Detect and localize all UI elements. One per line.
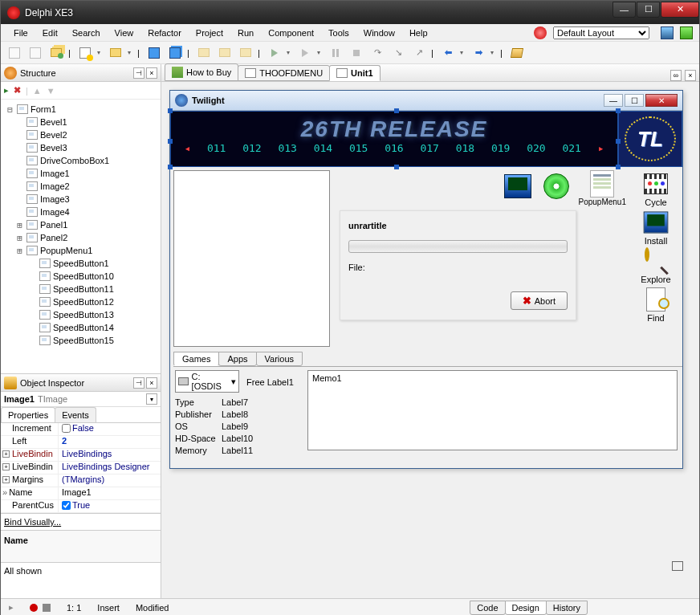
menu-edit[interactable]: Edit: [36, 26, 64, 40]
tb-open-drop[interactable]: ▾: [128, 44, 134, 62]
computer-button[interactable]: [502, 170, 534, 202]
record-icon[interactable]: [30, 604, 38, 612]
maximize-button[interactable]: ☐: [637, 2, 660, 18]
selection-handles[interactable]: [168, 108, 621, 169]
tb-run[interactable]: [266, 44, 283, 62]
cd-button[interactable]: [540, 170, 572, 202]
menu-refactor[interactable]: Refactor: [141, 26, 188, 40]
tree-item[interactable]: Image3: [40, 194, 70, 204]
menu-file[interactable]: File: [7, 26, 35, 40]
listbox[interactable]: [173, 170, 330, 347]
expand-icon[interactable]: +: [2, 463, 10, 470]
tab-events[interactable]: Events: [55, 407, 96, 422]
tab-various[interactable]: Various: [256, 352, 303, 366]
popupmenu-icon[interactable]: [590, 170, 614, 198]
structure-expand-icon[interactable]: ▸: [4, 85, 9, 96]
inspector-close-icon[interactable]: ×: [146, 377, 157, 389]
abort-button[interactable]: ✖Abort: [511, 291, 568, 310]
tb-new-item[interactable]: [76, 44, 94, 62]
tree-root[interactable]: Form1: [31, 104, 56, 114]
menu-search[interactable]: Search: [66, 26, 107, 40]
menu-project[interactable]: Project: [189, 26, 230, 40]
inspector-pin-icon[interactable]: ⊣: [133, 377, 144, 389]
tb-fwd-drop[interactable]: ▾: [490, 44, 497, 62]
tab-history[interactable]: History: [546, 601, 588, 615]
tb-pause[interactable]: [327, 44, 344, 62]
tb-fwd[interactable]: ➡: [470, 44, 487, 62]
structure-up-icon[interactable]: ▲: [33, 86, 42, 96]
inspector-object-combo[interactable]: Image1 TImage ▾: [1, 392, 161, 407]
tb-stepin[interactable]: ↘: [389, 44, 407, 62]
explore-button[interactable]: Explore: [641, 247, 671, 284]
tb-new2[interactable]: [26, 44, 44, 62]
prop-value[interactable]: 2: [59, 436, 161, 448]
form-designer[interactable]: Twilight — ☐ ✕ 26TH RELEASE: [161, 82, 699, 598]
tb-stop[interactable]: [348, 44, 365, 62]
design-form[interactable]: Twilight — ☐ ✕ 26TH RELEASE: [169, 90, 683, 469]
tb-run-nopause-drop[interactable]: ▾: [317, 44, 324, 62]
tree-item[interactable]: Panel2: [40, 233, 67, 242]
tree-item[interactable]: SpeedButton10: [53, 271, 114, 281]
prop-value[interactable]: False: [59, 423, 161, 435]
toolbar-icon-a[interactable]: [661, 26, 674, 39]
tb-open[interactable]: [107, 44, 124, 62]
tb-g2[interactable]: [216, 44, 234, 62]
structure-down-icon[interactable]: ▼: [47, 86, 55, 96]
tree-item[interactable]: SpeedButton12: [53, 297, 114, 307]
menu-help[interactable]: Help: [403, 26, 434, 40]
tree-item[interactable]: Image2: [40, 181, 70, 191]
form-minimize-button[interactable]: —: [604, 94, 623, 107]
tb-g1[interactable]: [195, 44, 213, 62]
tab-code[interactable]: Code: [470, 601, 505, 615]
form-maximize-button[interactable]: ☐: [625, 94, 644, 107]
designer-resize-handle[interactable]: [672, 561, 683, 571]
tree-item[interactable]: SpeedButton14: [53, 323, 114, 332]
bind-visually-link[interactable]: Bind Visually...: [1, 513, 161, 530]
tree-item[interactable]: Bevel2: [40, 130, 67, 140]
tab-apps[interactable]: Apps: [218, 352, 256, 366]
prop-value[interactable]: LiveBindings: [59, 449, 161, 461]
tab-design[interactable]: Design: [505, 601, 547, 615]
tb-back-drop[interactable]: ▾: [460, 44, 466, 62]
tree-item[interactable]: DriveComboBox1: [40, 156, 109, 165]
tb-stepover[interactable]: ↷: [368, 44, 386, 62]
minimize-button[interactable]: —: [612, 2, 636, 18]
tree-item[interactable]: Image4: [40, 207, 70, 217]
menu-tools[interactable]: Tools: [322, 26, 356, 40]
layout-combo[interactable]: Default Layout: [553, 26, 649, 39]
memo-field[interactable]: Memo1: [307, 370, 678, 450]
tb-run-drop[interactable]: ▾: [287, 44, 293, 62]
tb-folders[interactable]: [47, 44, 65, 62]
tree-item[interactable]: SpeedButton13: [53, 310, 114, 320]
structure-tree[interactable]: ⊟Form1 Bevel1 Bevel2 Bevel3 DriveComboBo…: [1, 100, 161, 373]
prop-value[interactable]: (TMargins): [59, 474, 161, 487]
tree-item[interactable]: Panel1: [40, 220, 67, 230]
property-grid[interactable]: IncrementFalse Left2 +LiveBindinLiveBind…: [1, 423, 161, 513]
menu-view[interactable]: View: [108, 26, 140, 40]
drive-combo[interactable]: C: [OSDIS ▾: [175, 370, 239, 393]
tb-new-item-drop[interactable]: ▾: [97, 44, 104, 62]
tree-item[interactable]: SpeedButton11: [53, 284, 114, 294]
chevron-down-icon[interactable]: ▾: [231, 377, 236, 387]
tb-new[interactable]: [6, 44, 23, 62]
tab-how-to-buy[interactable]: How to Buy: [165, 63, 238, 81]
tb-save[interactable]: [145, 44, 163, 62]
menu-component[interactable]: Component: [262, 26, 320, 40]
close-button[interactable]: ✕: [661, 2, 699, 18]
form-close-button[interactable]: ✕: [645, 94, 678, 107]
tabs-restore-icon[interactable]: ∞: [670, 70, 682, 81]
tb-g3[interactable]: [237, 44, 254, 62]
install-button[interactable]: Install: [641, 209, 671, 246]
tb-back[interactable]: ⬅: [439, 44, 457, 62]
tab-unit1[interactable]: Unit1: [329, 65, 381, 81]
structure-pin-icon[interactable]: ⊣: [133, 67, 144, 79]
cycle-button[interactable]: Cycle: [641, 170, 671, 207]
tabs-close-icon[interactable]: ×: [685, 70, 696, 81]
tree-item[interactable]: PopupMenu1: [40, 246, 92, 255]
tree-item[interactable]: Bevel1: [40, 117, 67, 127]
logo-image[interactable]: TL: [618, 111, 682, 167]
tree-item[interactable]: SpeedButton15: [53, 336, 114, 345]
expand-icon[interactable]: +: [2, 476, 10, 483]
tab-thoofdmenu[interactable]: THOOFDMENU: [238, 65, 330, 81]
tree-item[interactable]: Bevel3: [40, 143, 67, 153]
